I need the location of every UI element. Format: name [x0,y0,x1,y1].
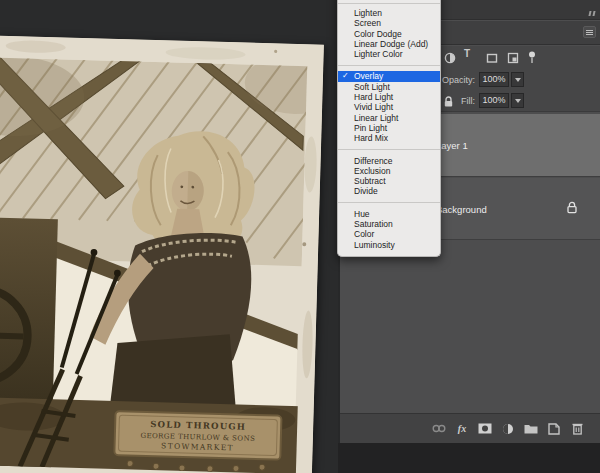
collapse-panels-icon[interactable] [589,11,595,16]
menu-item-hue[interactable]: Hue [338,209,440,219]
menu-item-luminosity[interactable]: Luminosity [338,240,440,250]
opacity-input[interactable]: 100% [479,72,509,87]
checkmark-icon: ✓ [342,71,353,82]
fill-dropdown-icon[interactable] [511,93,524,108]
menu-item-hard-mix[interactable]: Hard Mix [338,133,440,143]
delete-icon[interactable] [570,422,584,436]
background-lock-icon [566,200,578,218]
add-adjustment-icon[interactable] [501,422,515,436]
menu-item-linear-light[interactable]: Linear Light [338,113,440,123]
layer-name: Background [436,203,487,214]
new-group-icon[interactable] [524,422,538,436]
fx-icon[interactable]: fx [455,422,469,436]
menu-separator [338,3,440,4]
photoshop-window: SOLD THROUGH GEORGE THURLOW & SONS STOWM… [0,0,600,473]
new-layer-icon[interactable] [547,422,561,436]
panel-menu-icon[interactable] [583,26,596,38]
photo-image: SOLD THROUGH GEORGE THURLOW & SONS STOWM… [0,35,324,473]
shape-filter-icon[interactable] [486,50,498,68]
menu-item-color-dodge[interactable]: Color Dodge [338,29,440,39]
link-icon[interactable] [432,422,446,436]
filter-toggle-icon[interactable] [527,50,537,68]
menu-separator [338,202,440,203]
photo-canvas[interactable]: SOLD THROUGH GEORGE THURLOW & SONS STOWM… [0,35,324,473]
fill-input[interactable]: 100% [479,93,509,108]
type-filter-icon[interactable]: T [464,48,470,59]
opacity-dropdown-icon[interactable] [511,72,524,87]
app-background [338,443,600,473]
menu-item-subtract[interactable]: Subtract [338,176,440,186]
blend-mode-menu: Lighten Screen Color Dodge Linear Dodge … [337,0,441,257]
menu-item-difference[interactable]: Difference [338,156,440,166]
menu-item-vivid-light[interactable]: Vivid Light [338,102,440,112]
smart-object-filter-icon[interactable] [507,50,519,68]
menu-item-soft-light[interactable]: Soft Light [338,82,440,92]
menu-item-lighter-color[interactable]: Lighter Color [338,49,440,59]
menu-item-hard-light[interactable]: Hard Light [338,92,440,102]
layers-panel-footer: fx [340,413,600,443]
menu-item-color[interactable]: Color [338,229,440,239]
menu-item-overlay-selected[interactable]: ✓Overlay [338,71,440,81]
adjustment-filter-icon[interactable] [444,50,456,68]
menu-item-screen[interactable]: Screen [338,18,440,28]
menu-separator [338,65,440,66]
add-mask-icon[interactable] [478,422,492,436]
menu-item-divide[interactable]: Divide [338,186,440,196]
menu-item-lighten[interactable]: Lighten [338,8,440,18]
menu-item-saturation[interactable]: Saturation [338,219,440,229]
menu-item-linear-dodge[interactable]: Linear Dodge (Add) [338,39,440,49]
menu-item-exclusion[interactable]: Exclusion [338,166,440,176]
menu-item-pin-light[interactable]: Pin Light [338,123,440,133]
menu-separator [338,149,440,150]
